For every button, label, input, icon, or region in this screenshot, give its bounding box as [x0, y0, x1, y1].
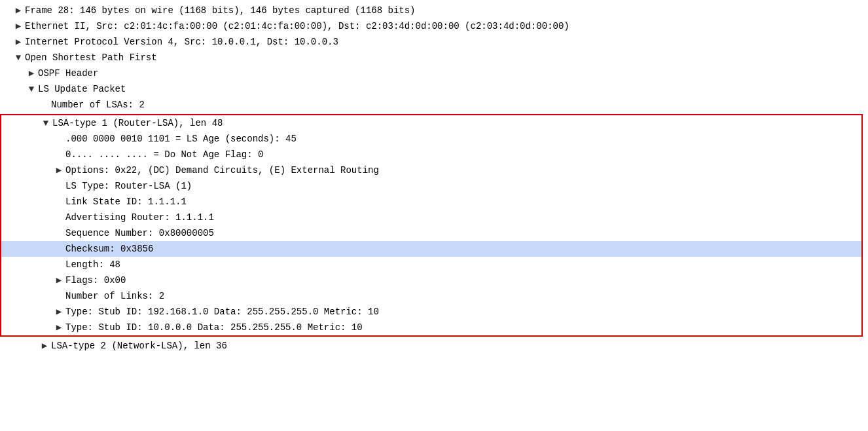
options-content: Options: 0x22, (DC) Demand Circuits, (E)…	[64, 163, 861, 178]
do-not-age-content: 0.... .... .... = Do Not Age Flag: 0	[64, 147, 861, 162]
checksum-toggle	[54, 242, 64, 256]
lsa-type1-toggle[interactable]: ▼	[41, 116, 51, 130]
packet-tree: ▶ Frame 28: 146 bytes on wire (1168 bits…	[0, 0, 868, 356]
num-lsas-toggle	[39, 98, 50, 112]
ethernet-content: Ethernet II, Src: c2:01:4c:fa:00:00 (c2:…	[24, 19, 868, 33]
lsa-type1-content: LSA-type 1 (Router-LSA), len 48	[51, 116, 861, 130]
num-links-row[interactable]: Number of Links: 2	[1, 288, 861, 304]
type-stub-2-row[interactable]: ▶ Type: Stub ID: 10.0.0.0 Data: 255.255.…	[1, 320, 861, 335]
ls-update-content: LS Update Packet	[37, 82, 868, 96]
length-row[interactable]: Length: 48	[1, 257, 861, 272]
options-row[interactable]: ▶ Options: 0x22, (DC) Demand Circuits, (…	[1, 162, 861, 178]
num-links-toggle	[54, 289, 64, 303]
seq-num-toggle	[54, 226, 64, 240]
link-state-id-row[interactable]: Link State ID: 1.1.1.1	[1, 194, 861, 210]
ospf-header-toggle[interactable]: ▶	[26, 66, 37, 81]
ls-age-bits-row[interactable]: .000 0000 0010 1101 = LS Age (seconds): …	[1, 131, 861, 147]
num-lsas-content: Number of LSAs: 2	[50, 98, 868, 112]
checksum-row[interactable]: Checksum: 0x3856	[1, 241, 861, 257]
flags-content: Flags: 0x00	[64, 273, 861, 288]
ethernet-toggle[interactable]: ▶	[13, 19, 24, 33]
adv-router-toggle	[54, 210, 64, 225]
do-not-age-toggle	[54, 147, 64, 162]
flags-row[interactable]: ▶ Flags: 0x00	[1, 272, 861, 288]
type-stub1-content: Type: Stub ID: 192.168.1.0 Data: 255.255…	[64, 305, 861, 319]
sequence-number-row[interactable]: Sequence Number: 0x80000005	[1, 225, 861, 241]
options-toggle[interactable]: ▶	[54, 163, 64, 178]
ls-type-toggle	[54, 179, 64, 193]
seq-num-content: Sequence Number: 0x80000005	[64, 226, 861, 240]
type-stub-1-row[interactable]: ▶ Type: Stub ID: 192.168.1.0 Data: 255.2…	[1, 304, 861, 320]
frame-row[interactable]: ▶ Frame 28: 146 bytes on wire (1168 bits…	[0, 3, 868, 18]
ospf-header-content: OSPF Header	[37, 66, 868, 81]
ls-update-toggle[interactable]: ▼	[26, 82, 37, 96]
type-stub2-content: Type: Stub ID: 10.0.0.0 Data: 255.255.25…	[64, 320, 861, 335]
lsa-type2-row[interactable]: ▶ LSA-type 2 (Network-LSA), len 36	[0, 338, 868, 354]
lsa-type2-content: LSA-type 2 (Network-LSA), len 36	[50, 339, 868, 353]
ls-age-toggle	[54, 132, 64, 146]
ls-age-content: .000 0000 0010 1101 = LS Age (seconds): …	[64, 132, 861, 146]
flags-toggle[interactable]: ▶	[54, 273, 64, 288]
do-not-age-row[interactable]: 0.... .... .... = Do Not Age Flag: 0	[1, 147, 861, 162]
length-content: Length: 48	[64, 257, 861, 272]
ipv4-toggle[interactable]: ▶	[13, 35, 24, 49]
lsa-bordered-section: ▼ LSA-type 1 (Router-LSA), len 48 .000 0…	[0, 114, 863, 337]
adv-router-content: Advertising Router: 1.1.1.1	[64, 210, 861, 225]
advertising-router-row[interactable]: Advertising Router: 1.1.1.1	[1, 210, 861, 225]
ls-update-row[interactable]: ▼ LS Update Packet	[0, 81, 868, 97]
frame-content: Frame 28: 146 bytes on wire (1168 bits),…	[24, 3, 868, 18]
ls-type-content: LS Type: Router-LSA (1)	[64, 179, 861, 193]
ospf-row[interactable]: ▼ Open Shortest Path First	[0, 50, 868, 66]
type-stub1-toggle[interactable]: ▶	[54, 305, 64, 319]
frame-toggle[interactable]: ▶	[13, 3, 24, 18]
ipv4-row[interactable]: ▶ Internet Protocol Version 4, Src: 10.0…	[0, 34, 868, 50]
ospf-toggle[interactable]: ▼	[13, 50, 24, 65]
lsa-type1-row[interactable]: ▼ LSA-type 1 (Router-LSA), len 48	[1, 115, 861, 131]
link-state-toggle	[54, 195, 64, 209]
ospf-content: Open Shortest Path First	[24, 50, 868, 65]
ethernet-row[interactable]: ▶ Ethernet II, Src: c2:01:4c:fa:00:00 (c…	[0, 18, 868, 34]
num-lsas-row[interactable]: Number of LSAs: 2	[0, 97, 868, 113]
checksum-content: Checksum: 0x3856	[64, 242, 861, 256]
type-stub2-toggle[interactable]: ▶	[54, 320, 64, 335]
ipv4-content: Internet Protocol Version 4, Src: 10.0.0…	[24, 35, 868, 49]
ospf-header-row[interactable]: ▶ OSPF Header	[0, 66, 868, 81]
ls-type-row[interactable]: LS Type: Router-LSA (1)	[1, 178, 861, 194]
lsa-type2-toggle[interactable]: ▶	[39, 339, 50, 353]
num-links-content: Number of Links: 2	[64, 289, 861, 303]
link-state-content: Link State ID: 1.1.1.1	[64, 195, 861, 209]
length-toggle	[54, 257, 64, 272]
